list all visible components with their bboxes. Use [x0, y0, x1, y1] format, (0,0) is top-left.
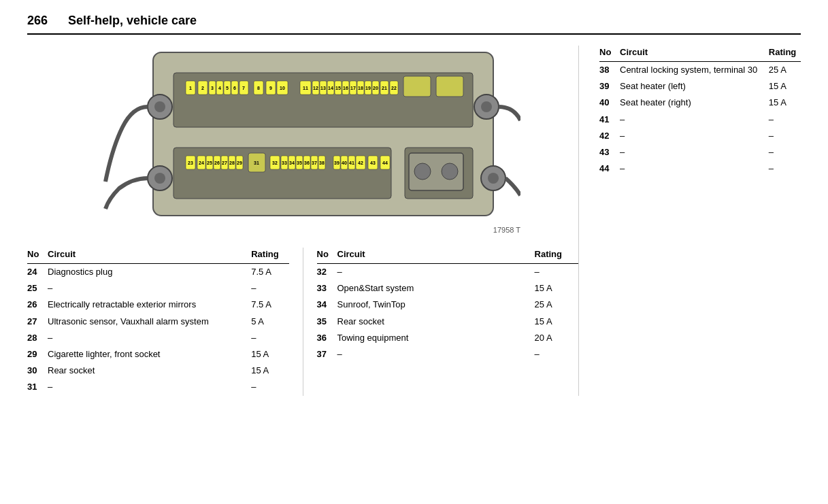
page: 266 Self-help, vehicle care — [0, 0, 828, 409]
fuse-rating: 25 A — [535, 297, 578, 313]
fuse-number: 44 — [599, 161, 620, 177]
col-rating-right: Rating — [769, 46, 801, 62]
col-no-right: No — [599, 46, 620, 62]
fuse-number: 33 — [317, 280, 337, 297]
fuse-circuit: – — [620, 128, 769, 144]
fuse-circuit: Seat heater (right) — [620, 95, 769, 111]
fuse-circuit: Rear socket — [337, 314, 535, 330]
table-row: 42 – – — [599, 128, 801, 144]
fuse-circuit: Diagnostics plug — [48, 264, 251, 281]
page-header: 266 Self-help, vehicle care — [27, 14, 801, 35]
fuse-number: 28 — [27, 330, 48, 346]
fuse-circuit: – — [337, 346, 535, 363]
fuse-number: 27 — [27, 314, 48, 330]
fuse-number: 26 — [27, 297, 48, 313]
svg-point-101 — [414, 163, 431, 180]
svg-text:26: 26 — [214, 161, 220, 165]
svg-text:13: 13 — [320, 86, 326, 90]
fuse-circuit: Electrically retractable exterior mirror… — [48, 297, 251, 313]
table-row: 39 Seat heater (left) 15 A — [599, 78, 801, 95]
fuse-circuit: – — [620, 112, 769, 128]
svg-text:11: 11 — [303, 86, 308, 90]
fuse-rating: 7.5 A — [251, 264, 288, 281]
table-row: 30 Rear socket 15 A — [27, 363, 289, 379]
fuse-number: 24 — [27, 264, 48, 281]
fuse-rating: 7.5 A — [251, 297, 288, 313]
left-panel: 1 2 3 4 5 6 — [27, 46, 578, 396]
svg-text:20: 20 — [373, 86, 378, 90]
svg-text:35: 35 — [297, 161, 302, 165]
col-no-2: No — [317, 248, 337, 264]
svg-rect-2 — [173, 148, 391, 199]
fuse-number: 43 — [599, 144, 620, 161]
svg-text:14: 14 — [328, 86, 333, 90]
fuse-number: 37 — [317, 346, 337, 363]
svg-text:25: 25 — [207, 161, 212, 165]
fuse-number: 34 — [317, 297, 337, 313]
fuse-circuit: Towing equipment — [337, 330, 535, 346]
fuse-number: 42 — [599, 128, 620, 144]
col-circuit-2: Circuit — [337, 248, 535, 264]
svg-text:6: 6 — [233, 86, 236, 90]
fuse-rating: 15 A — [769, 78, 801, 95]
svg-text:23: 23 — [188, 161, 193, 165]
svg-text:31: 31 — [254, 161, 259, 165]
fuse-circuit: – — [48, 379, 251, 395]
fuse-circuit: – — [337, 264, 535, 281]
svg-text:10: 10 — [280, 86, 285, 90]
svg-text:42: 42 — [358, 161, 363, 165]
fuse-circuit: Seat heater (left) — [620, 78, 769, 95]
fuse-circuit: Sunroof, TwinTop — [337, 297, 535, 313]
page-number: 266 — [27, 14, 48, 28]
svg-text:43: 43 — [370, 161, 376, 165]
svg-point-102 — [442, 163, 458, 180]
fuse-number: 36 — [317, 330, 337, 346]
svg-text:44: 44 — [382, 161, 388, 165]
svg-text:27: 27 — [222, 161, 227, 165]
table-row: 36 Towing equipment 20 A — [317, 330, 579, 346]
svg-text:5: 5 — [226, 86, 229, 90]
svg-rect-56 — [403, 76, 431, 97]
svg-text:18: 18 — [358, 86, 363, 90]
svg-text:3: 3 — [211, 86, 214, 90]
fuse-number: 31 — [27, 379, 48, 395]
table-row: 32 – – — [317, 264, 579, 281]
svg-text:8: 8 — [257, 86, 260, 90]
table-row: 31 – – — [27, 379, 289, 395]
svg-text:38: 38 — [319, 161, 325, 165]
table-row: 24 Diagnostics plug 7.5 A — [27, 264, 289, 281]
svg-text:39: 39 — [334, 161, 340, 165]
fuse-rating: 15 A — [251, 346, 288, 363]
page-title: Self-help, vehicle care — [68, 14, 197, 28]
fuse-number: 40 — [599, 95, 620, 111]
fuse-number: 38 — [599, 62, 620, 79]
fuse-rating: 5 A — [251, 314, 288, 330]
right-table: No Circuit Rating 38 Central locking sys… — [599, 46, 801, 177]
svg-text:32: 32 — [272, 161, 278, 165]
fuse-rating: – — [251, 379, 288, 395]
col-circuit-right: Circuit — [620, 46, 769, 62]
fuse-rating: – — [769, 161, 801, 177]
table-row: 38 Central locking system, terminal 30 2… — [599, 62, 801, 79]
fuse-circuit: Rear socket — [48, 363, 251, 379]
fuse-rating: 15 A — [251, 363, 288, 379]
fuse-rating: – — [251, 330, 288, 346]
col-no-1: No — [27, 248, 48, 264]
svg-text:36: 36 — [304, 161, 310, 165]
svg-point-11 — [488, 173, 499, 184]
table-row: 37 – – — [317, 346, 579, 363]
fuse-number: 30 — [27, 363, 48, 379]
fuse-rating: – — [251, 280, 288, 297]
table-row: 40 Seat heater (right) 15 A — [599, 95, 801, 111]
table-row: 34 Sunroof, TwinTop 25 A — [317, 297, 579, 313]
svg-text:34: 34 — [289, 161, 295, 165]
fuse-rating: – — [535, 264, 578, 281]
table-row: 41 – – — [599, 112, 801, 128]
fuse-circuit: Central locking system, terminal 30 — [620, 62, 769, 79]
tables-row: No Circuit Rating 24 Diagnostics plug 7.… — [27, 248, 578, 396]
fuse-circuit: Open&Start system — [337, 280, 535, 297]
fuse-number: 39 — [599, 78, 620, 95]
svg-text:15: 15 — [335, 86, 341, 90]
table-row: 26 Electrically retractable exterior mir… — [27, 297, 289, 313]
col-circuit-1: Circuit — [48, 248, 251, 264]
